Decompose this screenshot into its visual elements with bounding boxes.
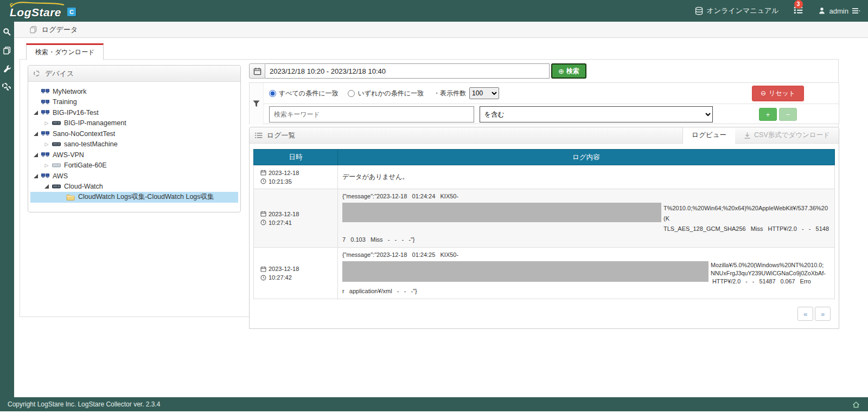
main-content-panel: デバイス MyNetwork Training BIG-IPv16-Test ▷ [20,59,839,317]
column-datetime: 日時 [254,150,338,165]
clock-icon [260,219,266,225]
user-menu[interactable]: admin [818,7,860,15]
tab-search-download[interactable]: 検索・ダウンロード [26,43,104,60]
reset-button[interactable]: ⊖ リセット [752,86,804,101]
page-title: ログデータ [42,25,78,35]
expander-collapsed-icon[interactable]: ▷ [43,120,50,126]
tree-item-label: BIG-IP-management [64,119,126,127]
log-table: 日時 ログ内容 2023-12-18 10:21:35 データがありません。 [253,149,835,299]
tab-csv-download[interactable]: CSV形式でダウンロード [735,127,839,144]
tree-item-label: Training [53,98,77,106]
sidebar-logdata-button[interactable] [0,42,14,59]
search-button[interactable]: ⊕ 検索 [551,63,586,79]
clock-icon [260,275,266,281]
tree-item-label: BIG-IPv16-Test [53,109,99,117]
keyword-input[interactable] [269,106,474,122]
sidebar-settings-button[interactable] [0,79,14,95]
tree-item-fortigate-60e[interactable]: ▷ FortiGate-60E [30,160,238,171]
tree-item-label: AWS-VPN [53,151,84,159]
tree-item-training[interactable]: Training [30,97,238,108]
expander-collapsed-icon[interactable]: ▷ [43,163,50,168]
pagination-prev-button[interactable]: « [797,307,813,321]
tab-label: 検索・ダウンロード [35,48,94,57]
log-row-2: 2023-12-18 10:27:41 {"message":"2023-12-… [254,189,835,248]
tree-item-label: MyNetwork [53,88,87,95]
list-icon [255,132,263,139]
download-icon [744,132,751,139]
tree-item-aws[interactable]: AWS [30,171,238,182]
notification-button[interactable]: 3 [793,5,803,17]
date-search-row: ⊕ 検索 [249,63,586,79]
tree-item-cloudwatch-logs-selected[interactable]: CloudWatch Logs収集-CloudWatch Logs収集 [30,192,238,203]
reset-minus-icon: ⊖ [761,89,766,97]
home-icon[interactable] [852,400,860,409]
calendar-icon [260,266,266,272]
tree-item-aws-vpn[interactable]: AWS-VPN [30,150,238,160]
tab-logview[interactable]: ログビュー [682,127,735,144]
tree-item-label: AWS [53,172,68,180]
condition-select[interactable]: を含む [480,106,713,122]
tree-item-bigipv16test[interactable]: BIG-IPv16-Test [30,107,238,118]
display-count-select[interactable]: 100 [469,87,499,99]
sidebar-tools-button[interactable] [0,61,14,77]
match-all-label: すべての条件に一致 [279,89,338,98]
online-manual-link[interactable]: オンラインマニュアル [694,6,779,16]
log-row-datetime: 2023-12-18 10:21:35 [254,165,338,189]
gears-icon [2,83,12,92]
tree-item-cloud-watch[interactable]: Cloud-Watch [30,182,238,192]
log-row-3: 2023-12-18 10:27:42 {"message":"2023-12-… [254,248,835,299]
network-icon [41,89,49,94]
collector-badge: C [67,8,76,16]
match-all-radio[interactable]: すべての条件に一致 [269,89,338,98]
calendar-icon [253,67,261,75]
tree-item-sano-nocontexttest[interactable]: Sano-NoContextTest [30,128,238,139]
expander-expanded-icon[interactable] [33,132,39,136]
match-any-radio[interactable]: いずれかの条件に一致 [348,89,424,98]
log-list-panel: ログ一覧 ログビュー CSV形式でダウンロード 日時 ロ [249,127,839,329]
log-list-header: ログ一覧 ログビュー CSV形式でダウンロード [250,127,839,144]
match-any-radio-input[interactable] [348,90,355,97]
user-name: admin [829,7,848,15]
expander-collapsed-icon[interactable]: ▷ [43,141,50,147]
add-condition-button[interactable]: + [759,108,777,121]
brand-name: LogStare [10,6,61,19]
filter-conditions-box: すべての条件に一致 いずれかの条件に一致 ・表示件数 100 ⊖ リセット [249,82,839,124]
pages-icon [29,25,37,34]
network-icon [41,110,49,115]
device-panel: デバイス MyNetwork Training BIG-IPv16-Test ▷ [28,65,241,212]
expander-expanded-icon[interactable] [43,184,50,189]
device-panel-title: デバイス [45,69,74,79]
pagination-next-button[interactable]: » [815,307,831,321]
tree-item-mynetwork[interactable]: MyNetwork [30,86,238,97]
copyright-text: Copyright LogStare Inc. LogStare Collect… [8,400,161,408]
database-icon [694,7,704,16]
expander-expanded-icon[interactable] [33,111,39,115]
device-panel-header: デバイス [28,66,240,82]
log-row-1: 2023-12-18 10:21:35 データがありません。 [254,165,835,189]
filter-icon-cell [250,83,264,125]
date-range-input[interactable] [265,63,550,79]
match-all-radio-input[interactable] [269,90,276,97]
footer-bar: Copyright LogStare Inc. LogStare Collect… [0,397,868,411]
device-gray-icon [52,163,61,167]
sidebar-search-button[interactable] [0,24,14,40]
calendar-button[interactable] [249,63,265,79]
tree-item-label: FortiGate-60E [64,161,107,169]
tab-csv-label: CSV形式でダウンロード [754,131,830,140]
refresh-icon[interactable] [34,70,40,76]
tab-logview-label: ログビュー [692,131,726,140]
remove-condition-button[interactable]: − [779,108,797,121]
calendar-icon [260,211,266,217]
expander-expanded-icon[interactable] [33,174,39,178]
tree-item-sano-testmachine[interactable]: ▷ sano-testMachine [30,139,238,150]
keyword-row: を含む [264,104,717,125]
tree-item-label: sano-testMachine [64,140,118,148]
match-any-label: いずれかの条件に一致 [358,89,424,98]
pages-icon [3,46,11,55]
tree-item-label: Sano-NoContextTest [53,130,115,138]
search-button-label: 検索 [566,67,579,76]
top-bar: LogStare C オンラインマニュアル 3 admin [0,0,868,22]
tree-item-label: CloudWatch Logs収集-CloudWatch Logs収集 [78,192,214,202]
tree-item-bigip-management[interactable]: ▷ BIG-IP-management [30,118,238,129]
expander-expanded-icon[interactable] [33,153,39,157]
